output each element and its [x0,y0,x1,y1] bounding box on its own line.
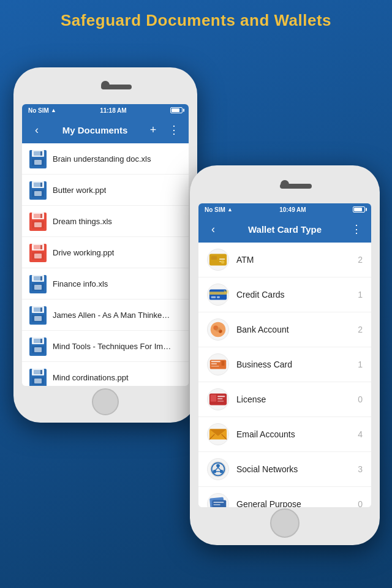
svg-rect-22 [34,254,42,258]
wallet-item[interactable]: ATM 2 [198,243,371,277]
doc-icon [29,211,47,231]
wallet-item[interactable]: General Purpose 0 [198,487,371,507]
doc-icon [29,305,47,325]
more-icon-left[interactable]: ⋮ [165,123,183,137]
svg-rect-5 [40,151,42,156]
wallet-item[interactable]: Email Accounts 4 [198,417,371,452]
wallet-item[interactable]: Bank Account 2 [198,312,371,347]
svg-text:VISA: VISA [224,290,228,294]
wallet-name: Email Accounts [236,429,350,439]
doc-icon [29,149,47,168]
svg-rect-46 [34,379,42,383]
wallet-item[interactable]: VISA Credit Cards 1 [198,277,371,312]
doc-item[interactable]: Brain understanding doc.xls [22,143,189,175]
svg-rect-23 [40,245,42,249]
wallet-count: 3 [358,464,363,474]
carrier-left: No SIM [28,107,49,114]
doc-item[interactable]: Butter work.ppt [22,175,189,206]
wallet-icon [207,388,229,410]
wallet-count: 0 [358,394,363,404]
nav-title-right: Wallet Card Type [222,224,348,235]
wallet-count: 1 [358,290,363,300]
svg-rect-10 [34,191,42,196]
doc-name: Mind Tools - Techniques For Im… [53,342,171,351]
status-bar-right: No SIM ▲ 10:49 AM [198,203,371,216]
svg-rect-102 [213,502,224,503]
svg-rect-103 [213,504,220,505]
more-icon-right[interactable]: ⋮ [348,222,365,236]
svg-rect-82 [211,363,217,364]
svg-point-70 [221,260,225,264]
add-icon-left[interactable]: + [145,124,162,137]
wifi-icon-left: ▲ [51,107,56,113]
home-button-left[interactable] [92,388,119,415]
wallet-name: ATM [236,255,350,265]
carrier-right: No SIM [205,206,225,213]
wallet-item[interactable]: Social Networks 3 [198,452,371,487]
nav-bar-left: ‹ My Documents + ⋮ [22,116,189,143]
doc-item[interactable]: Drive working.ppt [22,237,189,268]
status-bar-left: No SIM ▲ 11:18 AM [22,104,189,116]
svg-rect-28 [34,285,42,290]
svg-rect-84 [222,361,225,366]
wallet-count: 0 [358,499,363,507]
wallet-list: ATM 2 VISA Credit Cards 1 Bank Account 2… [198,243,371,507]
svg-rect-17 [40,214,42,218]
back-icon-left[interactable]: ‹ [28,124,45,137]
svg-rect-34 [34,316,42,321]
signal-left: No SIM ▲ [28,107,56,114]
doc-item[interactable]: Mind cordinations.ppt [22,362,189,386]
doc-name: Mind cordinations.ppt [53,373,129,382]
back-icon-right[interactable]: ‹ [205,223,222,236]
doc-name: Finance info.xls [53,279,108,288]
speaker-right [280,184,312,189]
wallet-count: 2 [358,325,363,334]
phone-left: No SIM ▲ 11:18 AM ‹ My Documents + ⋮ [13,67,197,423]
svg-rect-74 [217,296,220,298]
home-button-right[interactable] [270,508,300,538]
time-left: 11:18 AM [100,107,127,114]
wallet-icon [207,458,229,480]
wallet-name: Credit Cards [236,290,350,300]
svg-rect-86 [211,394,216,401]
svg-rect-29 [40,276,42,281]
doc-name: Drive working.ppt [53,248,114,257]
svg-rect-35 [40,307,42,312]
wallet-icon [207,353,229,375]
wallet-item[interactable]: License 0 [198,382,371,417]
wallet-item[interactable]: Business Card 1 [198,347,371,382]
headline: Safeguard Documents and Wallets [0,0,392,36]
nav-actions-left: + ⋮ [145,123,183,137]
doc-name: James Allen - As A Man Thinke… [53,311,170,320]
svg-rect-11 [40,183,42,187]
wallet-icon [207,318,229,341]
nav-bar-right: ‹ Wallet Card Type ⋮ [198,216,371,243]
svg-rect-81 [211,361,221,362]
svg-rect-47 [40,370,42,374]
doc-item[interactable]: James Allen - As A Man Thinke… [22,300,189,331]
wallet-icon: VISA [207,284,229,306]
document-list: Brain understanding doc.xls Butter work.… [22,143,189,386]
svg-rect-16 [34,222,42,227]
doc-item[interactable]: Finance info.xls [22,268,189,300]
svg-rect-87 [217,396,225,397]
doc-name: Butter work.ppt [53,186,106,195]
signal-right: No SIM ▲ [205,206,233,213]
wallet-count: 2 [358,255,363,265]
screen-right: No SIM ▲ 10:49 AM ‹ Wallet Card Type ⋮ A… [198,203,371,507]
screen-left: No SIM ▲ 11:18 AM ‹ My Documents + ⋮ [22,104,189,386]
svg-rect-88 [217,398,223,399]
svg-rect-89 [217,401,224,402]
doc-item[interactable]: Mind Tools - Techniques For Im… [22,331,189,362]
svg-rect-41 [40,339,42,343]
wallet-count: 1 [358,360,363,369]
wallet-icon [207,493,229,507]
doc-item[interactable]: Dream things.xls [22,206,189,237]
doc-icon [29,243,47,262]
svg-point-94 [216,464,220,468]
wifi-icon-right: ▲ [227,206,233,213]
svg-point-79 [215,327,221,332]
wallet-icon [207,423,229,445]
svg-rect-73 [211,296,216,298]
svg-rect-68 [219,258,225,260]
